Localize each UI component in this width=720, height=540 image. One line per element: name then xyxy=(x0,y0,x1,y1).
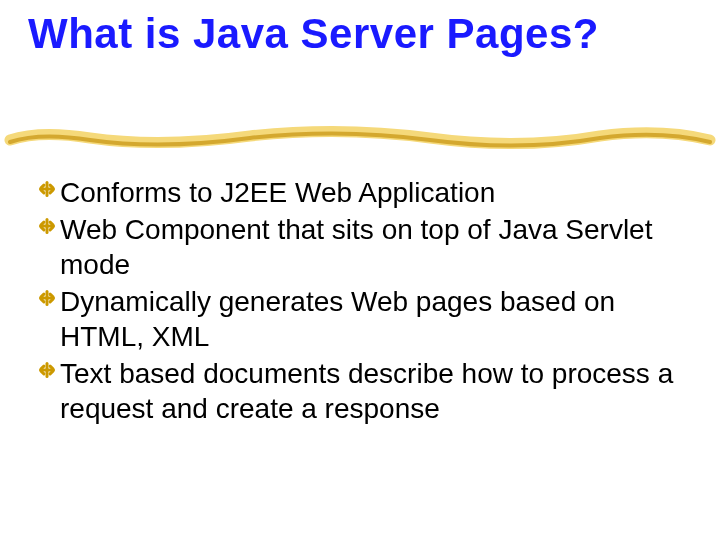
title-underline xyxy=(0,120,720,160)
svg-point-26 xyxy=(45,296,49,300)
svg-point-35 xyxy=(45,368,49,372)
svg-point-17 xyxy=(45,224,49,228)
flower-bullet-icon xyxy=(38,212,60,240)
flower-bullet-icon xyxy=(38,356,60,384)
list-item: Dynamically generates Web pages based on… xyxy=(38,284,678,354)
bullet-list: Conforms to J2EE Web Application Web Com… xyxy=(38,175,678,428)
bullet-text: Text based documents describe how to pro… xyxy=(60,356,678,426)
bullet-text: Web Component that sits on top of Java S… xyxy=(60,212,678,282)
bullet-text: Conforms to J2EE Web Application xyxy=(60,175,495,210)
page-title: What is Java Server Pages? xyxy=(0,0,720,56)
svg-point-8 xyxy=(45,187,49,191)
list-item: Web Component that sits on top of Java S… xyxy=(38,212,678,282)
flower-bullet-icon xyxy=(38,284,60,312)
bullet-text: Dynamically generates Web pages based on… xyxy=(60,284,678,354)
list-item: Conforms to J2EE Web Application xyxy=(38,175,678,210)
list-item: Text based documents describe how to pro… xyxy=(38,356,678,426)
flower-bullet-icon xyxy=(38,175,60,203)
